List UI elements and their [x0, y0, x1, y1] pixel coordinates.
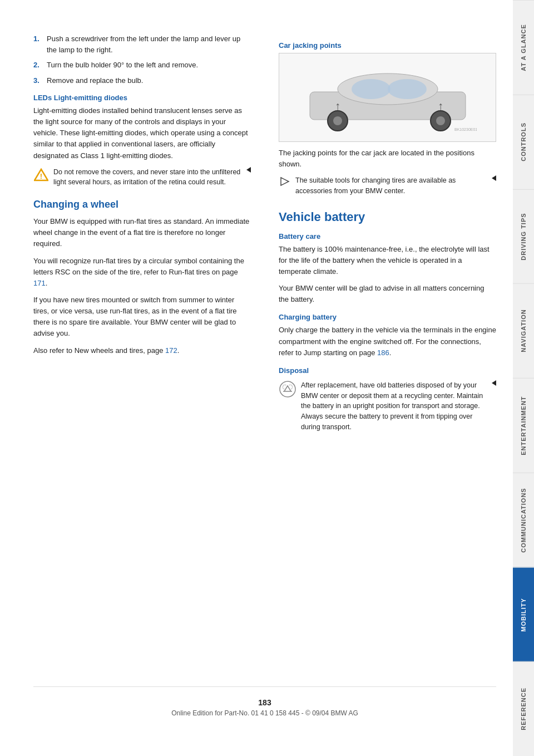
sidebar: At a glance Controls Driving tips Naviga… [513, 0, 534, 756]
two-col-layout: 1. Push a screwdriver from the left unde… [33, 33, 496, 670]
sidebar-tab-driving-tips[interactable]: Driving tips [513, 189, 534, 284]
step-3-text: Remove and replace the bulb. [47, 75, 251, 86]
step-3: 3. Remove and replace the bulb. [33, 75, 251, 86]
vehicle-battery-heading: Vehicle battery [279, 210, 496, 224]
changing-wheel-heading: Changing a wheel [33, 199, 251, 210]
changing-wheel-p1: Your BMW is equipped with run-flat tires… [33, 216, 251, 249]
svg-text:BK10230E01: BK10230E01 [454, 127, 477, 131]
leds-text: Light-emitting diodes installed behind t… [33, 105, 251, 161]
page-container: 1. Push a screwdriver from the left unde… [0, 0, 534, 756]
step-1-text: Push a screwdriver from the left under t… [47, 33, 251, 55]
battery-care-heading: Battery care [279, 232, 496, 240]
step-1-number: 1. [33, 33, 44, 55]
car-jacking-text: The jacking points for the car jack are … [279, 148, 496, 170]
car-jacking-heading: Car jacking points [279, 41, 496, 50]
car-jacking-image: ↑ ↑ BK10230E01 [279, 53, 496, 142]
right-column: Car jacking points [273, 33, 496, 670]
warning-text: Do not remove the covers, and never star… [53, 167, 245, 188]
changing-wheel-p4: Also refer to New wheels and tires, page… [33, 345, 251, 356]
warning-end-marker [246, 167, 251, 173]
svg-text:↑: ↑ [438, 100, 443, 112]
disposal-end-marker [492, 380, 496, 386]
svg-point-5 [388, 79, 427, 99]
changing-wheel-p3: If you have new tires mounted or switch … [33, 294, 251, 340]
changing-wheel-p2: You will recognize run-flat tires by a c… [33, 256, 251, 289]
svg-point-4 [352, 79, 390, 99]
footer-text: Online Edition for Part-No. 01 41 0 158 … [171, 709, 358, 717]
warning-box: ! Do not remove the covers, and never st… [33, 167, 251, 188]
note-icon [279, 175, 291, 188]
charging-battery-heading: Charging battery [279, 313, 496, 321]
step-1: 1. Push a screwdriver from the left unde… [33, 33, 251, 55]
disposal-icon [279, 380, 296, 398]
disposal-box: After replacement, have old batteries di… [279, 380, 496, 433]
battery-care-p1: The battery is 100% maintenance-free, i.… [279, 244, 496, 277]
disposal-text: After replacement, have old batteries di… [301, 380, 491, 433]
sidebar-tab-communications[interactable]: Communications [513, 473, 534, 567]
page-footer: 183 Online Edition for Part-No. 01 41 0 … [33, 686, 496, 723]
step-2: 2. Turn the bulb holder 90° to the left … [33, 60, 251, 71]
numbered-list: 1. Push a screwdriver from the left unde… [33, 33, 251, 86]
jump-starting-link[interactable]: 186 [377, 348, 389, 357]
new-wheels-link[interactable]: 172 [165, 346, 177, 355]
svg-marker-13 [281, 178, 289, 185]
page-number: 183 [33, 698, 496, 707]
battery-care-p2: Your BMW center will be glad to advise i… [279, 283, 496, 305]
left-column: 1. Push a screwdriver from the left unde… [33, 33, 256, 670]
sidebar-tab-mobility[interactable]: Mobility [513, 567, 534, 662]
disposal-heading: Disposal [279, 366, 496, 375]
run-flat-link[interactable]: 171 [33, 279, 46, 287]
sidebar-tab-reference[interactable]: Reference [513, 661, 534, 756]
charging-battery-text: Only charge the battery in the vehicle v… [279, 325, 496, 358]
sidebar-tab-at-a-glance[interactable]: At a glance [513, 0, 534, 95]
step-2-text: Turn the bulb holder 90° to the left and… [47, 60, 251, 71]
sidebar-tab-navigation[interactable]: Navigation [513, 283, 534, 378]
svg-text:↑: ↑ [335, 100, 340, 112]
svg-point-14 [280, 381, 295, 397]
svg-text:!: ! [40, 172, 42, 180]
warning-icon: ! [33, 167, 49, 183]
svg-point-9 [436, 116, 445, 125]
car-image-svg: ↑ ↑ BK10230E01 [299, 58, 477, 136]
step-2-number: 2. [33, 60, 44, 71]
note-text: The suitable tools for changing tires ar… [295, 175, 491, 197]
leds-heading: LEDs Light-emitting diodes [33, 94, 251, 102]
note-end-marker [492, 175, 496, 181]
note-box: The suitable tools for changing tires ar… [279, 175, 496, 197]
main-content: 1. Push a screwdriver from the left unde… [0, 0, 513, 756]
svg-point-7 [333, 116, 342, 125]
sidebar-tab-controls[interactable]: Controls [513, 95, 534, 189]
step-3-number: 3. [33, 75, 44, 86]
sidebar-tab-entertainment[interactable]: Entertainment [513, 378, 534, 473]
